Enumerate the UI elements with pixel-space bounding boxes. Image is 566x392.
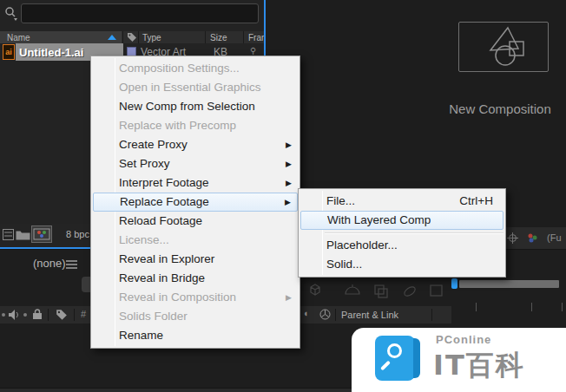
- asset-usage-icon: ⚲: [250, 46, 256, 56]
- shortcut-label: Ctrl+H: [459, 192, 493, 211]
- av-features-column-header: #: [0, 306, 90, 323]
- parent-link-column-header: ◐ Parent & Link: [300, 306, 451, 323]
- menu-item-replace-footage[interactable]: Replace Footage ▶: [93, 193, 298, 212]
- region-of-interest-icon[interactable]: [507, 232, 518, 244]
- new-composition-button[interactable]: [458, 22, 549, 72]
- new-composition-label[interactable]: New Composition: [431, 101, 566, 116]
- camera-selector[interactable]: (none): [33, 257, 66, 270]
- menu-item-composition-settings: Composition Settings...: [91, 59, 299, 78]
- ruler-tick: [531, 303, 532, 311]
- menu-item-set-proxy[interactable]: Set Proxy ▶: [91, 154, 299, 173]
- timeline-switch-icons[interactable]: [304, 282, 443, 299]
- menu-item-license: License...: [91, 231, 299, 250]
- column-name[interactable]: Name: [7, 33, 30, 42]
- sort-ascending-icon[interactable]: [108, 35, 116, 40]
- index-column-header: #: [81, 309, 86, 319]
- ai-file-icon: ai: [3, 44, 15, 60]
- watermark: PConline IT百科: [352, 328, 566, 392]
- menu-item-rename[interactable]: Rename: [91, 326, 299, 345]
- watermark-logo-icon: [375, 336, 415, 381]
- menu-item-create-proxy[interactable]: Create Proxy ▶: [91, 135, 299, 154]
- show-channels-icon[interactable]: [526, 232, 538, 244]
- menu-hamburger-icon[interactable]: [66, 260, 77, 269]
- lock-icon[interactable]: [32, 309, 43, 320]
- menu-item-reveal-in-bridge[interactable]: Reveal in Bridge: [91, 269, 299, 288]
- watermark-logo-flap: [413, 338, 420, 378]
- 3d-axis-icon: [319, 309, 331, 320]
- menu-item-solids-folder: Solids Folder: [91, 307, 299, 326]
- quality-icon: ◐: [304, 308, 310, 318]
- label-tag-icon[interactable]: [56, 309, 68, 321]
- menu-item-reveal-in-explorer[interactable]: Reveal in Explorer: [91, 250, 299, 269]
- new-folder-icon[interactable]: [16, 229, 30, 240]
- submenu-arrow-icon: ▶: [286, 135, 292, 154]
- playhead-marker[interactable]: [451, 278, 457, 289]
- menu-item-interpret-footage[interactable]: Interpret Footage ▶: [91, 173, 299, 193]
- context-menu: Composition Settings... Open in Essentia…: [90, 56, 300, 349]
- submenu-arrow-icon: ▶: [286, 154, 292, 173]
- menu-item-open-in-essential-graphics: Open in Essential Graphics: [91, 78, 299, 97]
- menu-item-reveal-in-composition: Reveal in Composition ▶: [91, 288, 299, 307]
- search-input[interactable]: [21, 3, 259, 23]
- new-composition-icon: [459, 23, 548, 71]
- list-view-icon[interactable]: [3, 229, 14, 240]
- asset-name[interactable]: Untitled-1.ai: [19, 46, 83, 59]
- bit-depth-button[interactable]: 8 bpc: [66, 229, 89, 239]
- resolution-dropdown[interactable]: (Fu: [547, 232, 562, 243]
- timeline-scrollbar[interactable]: [459, 280, 559, 288]
- search-icon[interactable]: [3, 6, 19, 22]
- menu-item-new-comp-from-selection[interactable]: New Comp from Selection: [91, 97, 299, 116]
- watermark-brand: PConline: [436, 333, 491, 346]
- submenu-arrow-icon: ▶: [285, 193, 291, 211]
- submenu-arrow-icon: ▶: [286, 173, 292, 193]
- submenu-item-solid[interactable]: Solid...: [299, 255, 505, 274]
- submenu-item-file[interactable]: File... Ctrl+H: [299, 192, 505, 211]
- ruler-tick: [562, 303, 563, 311]
- menu-item-reload-footage[interactable]: Reload Footage: [91, 212, 299, 231]
- column-header-row: Name Type Size Fran: [0, 31, 264, 43]
- submenu-item-with-layered-comp[interactable]: With Layered Comp: [300, 211, 503, 230]
- new-footage-icon[interactable]: [31, 225, 52, 243]
- solo-dot-icon: [23, 313, 27, 317]
- submenu-item-placeholder[interactable]: Placeholder...: [299, 236, 505, 255]
- ruler-tick: [476, 303, 477, 311]
- column-size[interactable]: Size: [210, 33, 227, 42]
- parent-link-label[interactable]: Parent & Link: [341, 310, 398, 320]
- tag-column-icon[interactable]: [127, 32, 137, 42]
- video-dot-icon: [2, 313, 5, 317]
- replace-footage-submenu: File... Ctrl+H With Layered Comp Placeho…: [298, 188, 506, 278]
- watermark-title: IT百科: [433, 347, 525, 385]
- submenu-arrow-icon: ▶: [286, 288, 292, 307]
- menu-separator: [299, 230, 505, 236]
- menu-item-replace-with-precomp: Replace with Precomp: [91, 116, 299, 135]
- after-effects-window: Name Type Size Fran ai Untitled-1.ai Vec…: [0, 0, 566, 392]
- audio-speaker-icon[interactable]: [9, 310, 19, 320]
- column-type[interactable]: Type: [142, 33, 161, 42]
